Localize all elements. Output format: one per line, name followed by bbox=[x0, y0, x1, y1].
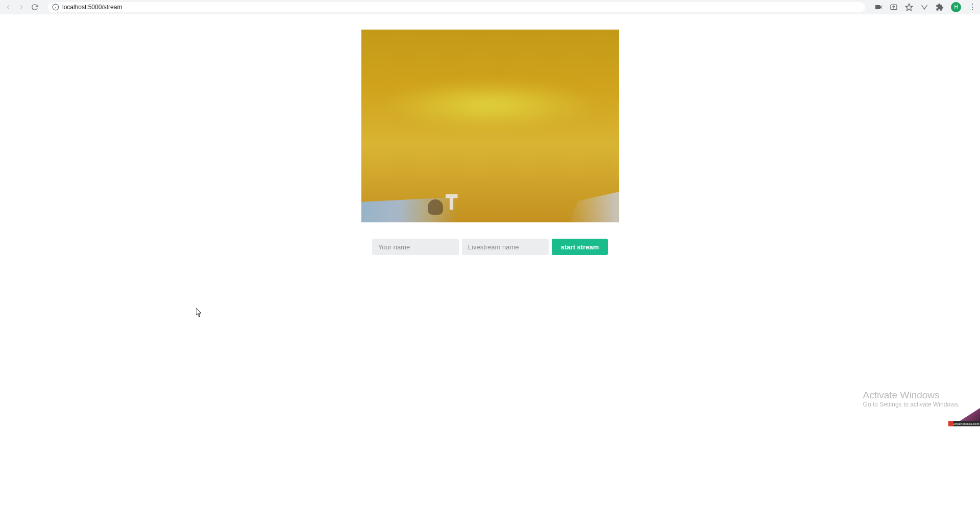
back-button[interactable] bbox=[4, 3, 12, 11]
extension-v-icon[interactable] bbox=[920, 3, 928, 11]
page-content: start stream bbox=[0, 14, 980, 255]
chrome-actions: H ⋮ bbox=[874, 2, 976, 12]
video-overlay-left bbox=[361, 197, 458, 222]
star-icon[interactable] bbox=[905, 3, 913, 11]
menu-icon[interactable]: ⋮ bbox=[968, 2, 976, 12]
livestream-name-input[interactable] bbox=[462, 239, 549, 255]
site-info-icon[interactable] bbox=[52, 4, 59, 11]
avatar-letter: H bbox=[954, 4, 958, 10]
extensions-icon[interactable] bbox=[936, 3, 944, 11]
video-silhouette bbox=[428, 199, 443, 215]
forward-button[interactable] bbox=[17, 3, 26, 11]
video-overlay-right bbox=[568, 192, 619, 222]
video-preview bbox=[361, 30, 619, 222]
camera-icon[interactable] bbox=[874, 3, 883, 11]
profile-avatar[interactable]: H bbox=[951, 2, 961, 12]
svg-marker-5 bbox=[905, 4, 912, 10]
share-icon[interactable] bbox=[890, 3, 898, 11]
reload-button[interactable] bbox=[31, 3, 39, 11]
browser-toolbar: localhost:5000/stream H ⋮ bbox=[0, 0, 980, 14]
url-bar[interactable]: localhost:5000/stream bbox=[48, 2, 865, 12]
start-stream-button[interactable]: start stream bbox=[552, 239, 608, 255]
stream-form: start stream bbox=[372, 239, 608, 255]
your-name-input[interactable] bbox=[372, 239, 459, 255]
video-glow bbox=[377, 81, 604, 142]
url-text: localhost:5000/stream bbox=[62, 4, 122, 11]
